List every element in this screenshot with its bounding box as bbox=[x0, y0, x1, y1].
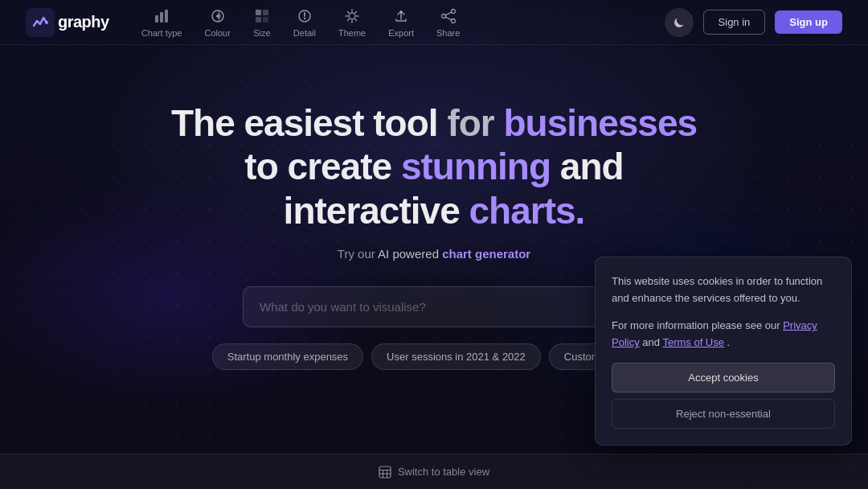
svg-rect-3 bbox=[160, 12, 163, 23]
hero-title: The easiest tool for businesses to creat… bbox=[171, 101, 697, 232]
svg-rect-2 bbox=[155, 15, 158, 23]
cookie-more-text: For more information please see our Priv… bbox=[612, 318, 835, 351]
detail-label: Detail bbox=[293, 28, 316, 38]
theme-label: Theme bbox=[338, 28, 366, 38]
cookie-banner: This website uses cookies in order to fu… bbox=[595, 257, 852, 446]
cookie-buttons: Accept cookies Reject non-essential bbox=[612, 363, 835, 429]
moon-icon bbox=[673, 16, 686, 29]
svg-line-20 bbox=[355, 19, 357, 21]
search-container bbox=[243, 286, 625, 327]
hero-title-interactive: interactive bbox=[284, 190, 469, 232]
svg-line-21 bbox=[355, 11, 357, 13]
nav-tool-colour[interactable]: Colour bbox=[204, 7, 230, 38]
hero-title-to-create: to create bbox=[244, 146, 401, 187]
svg-point-1 bbox=[45, 21, 48, 24]
hero-title-stunning: stunning bbox=[401, 146, 551, 187]
colour-label: Colour bbox=[204, 28, 230, 38]
search-input[interactable] bbox=[243, 286, 625, 327]
theme-toggle-button[interactable] bbox=[665, 8, 694, 37]
hero-title-charts: charts. bbox=[469, 190, 585, 232]
chart-type-icon bbox=[153, 7, 170, 25]
cookie-more: For more information please see our bbox=[612, 319, 780, 331]
theme-icon bbox=[343, 7, 361, 25]
hero-subtitle: Try our AI powered chart generator bbox=[338, 247, 530, 261]
navbar-left: graphy Chart type bbox=[26, 7, 460, 38]
sign-in-button[interactable]: Sign in bbox=[703, 10, 766, 35]
detail-icon bbox=[296, 7, 313, 25]
hero-subtitle-chart: chart bbox=[442, 247, 472, 261]
table-view-icon bbox=[379, 466, 391, 479]
nav-tool-theme[interactable]: Theme bbox=[338, 7, 366, 38]
cookie-body-text: This website uses cookies in order to fu… bbox=[612, 273, 835, 307]
svg-line-22 bbox=[348, 19, 350, 21]
hero-title-line3: interactive charts. bbox=[171, 189, 697, 232]
svg-line-19 bbox=[348, 11, 350, 13]
nav-tool-export[interactable]: Export bbox=[388, 7, 414, 38]
hero-title-and: and bbox=[560, 146, 624, 187]
navbar-right: Sign in Sign up bbox=[665, 8, 842, 37]
nav-tool-detail[interactable]: Detail bbox=[293, 7, 316, 38]
nav-tools: Chart type Colour bbox=[141, 7, 461, 38]
chart-type-label: Chart type bbox=[141, 28, 182, 38]
bottom-bar-label: Switch to table view bbox=[398, 466, 489, 478]
share-icon bbox=[440, 7, 457, 25]
svg-point-6 bbox=[216, 14, 219, 18]
svg-point-25 bbox=[441, 14, 445, 18]
logo-icon bbox=[26, 8, 55, 37]
suggestions-container: Startup monthly expenses User sessions i… bbox=[212, 343, 656, 370]
cookie-period: . bbox=[727, 336, 731, 348]
svg-line-28 bbox=[445, 17, 451, 20]
cookie-and: and bbox=[642, 336, 660, 348]
cookie-body: This website uses cookies in order to fu… bbox=[612, 275, 822, 304]
svg-rect-9 bbox=[256, 17, 261, 23]
svg-rect-4 bbox=[165, 10, 168, 23]
nav-tool-chart-type[interactable]: Chart type bbox=[141, 7, 182, 38]
logo-text: graphy bbox=[58, 13, 109, 31]
nav-tool-size[interactable]: Size bbox=[253, 7, 271, 38]
hero-subtitle-powered: powered bbox=[392, 247, 439, 261]
hero-title-line1: The easiest tool for businesses bbox=[171, 101, 697, 145]
accept-cookies-button[interactable]: Accept cookies bbox=[612, 363, 835, 392]
colour-icon bbox=[209, 7, 227, 25]
suggestion-user-sessions[interactable]: User sessions in 2021 & 2022 bbox=[371, 343, 541, 370]
sign-up-button[interactable]: Sign up bbox=[775, 10, 842, 34]
size-label: Size bbox=[253, 28, 270, 38]
export-icon bbox=[392, 7, 410, 25]
hero-title-for: for bbox=[447, 102, 503, 144]
hero-title-the-easiest: The easiest bbox=[171, 102, 373, 144]
export-label: Export bbox=[388, 28, 414, 38]
svg-rect-8 bbox=[263, 10, 268, 15]
size-icon bbox=[253, 7, 271, 25]
logo[interactable]: graphy bbox=[26, 8, 109, 37]
bottom-bar[interactable]: Switch to table view bbox=[0, 454, 868, 489]
hero-subtitle-ai: AI bbox=[378, 247, 389, 261]
svg-point-26 bbox=[451, 18, 455, 23]
suggestion-startup[interactable]: Startup monthly expenses bbox=[212, 343, 363, 370]
nav-tool-share[interactable]: Share bbox=[436, 7, 460, 38]
reject-cookies-button[interactable]: Reject non-essential bbox=[612, 399, 835, 429]
svg-rect-29 bbox=[379, 466, 391, 478]
hero-title-line2: to create stunning and bbox=[171, 145, 697, 188]
hero-subtitle-try: Try our bbox=[338, 247, 375, 261]
terms-link[interactable]: Terms of Use bbox=[662, 336, 724, 348]
svg-point-24 bbox=[451, 9, 455, 13]
svg-point-13 bbox=[304, 17, 305, 18]
navbar: graphy Chart type bbox=[0, 0, 868, 45]
svg-line-27 bbox=[445, 12, 451, 15]
hero-title-tool-for: tool bbox=[373, 102, 447, 144]
svg-rect-10 bbox=[263, 17, 268, 23]
svg-point-14 bbox=[349, 13, 355, 19]
hero-subtitle-generator: generator bbox=[475, 247, 530, 261]
svg-rect-7 bbox=[256, 10, 261, 15]
hero-title-businesses: businesses bbox=[503, 102, 697, 144]
share-label: Share bbox=[436, 28, 460, 38]
